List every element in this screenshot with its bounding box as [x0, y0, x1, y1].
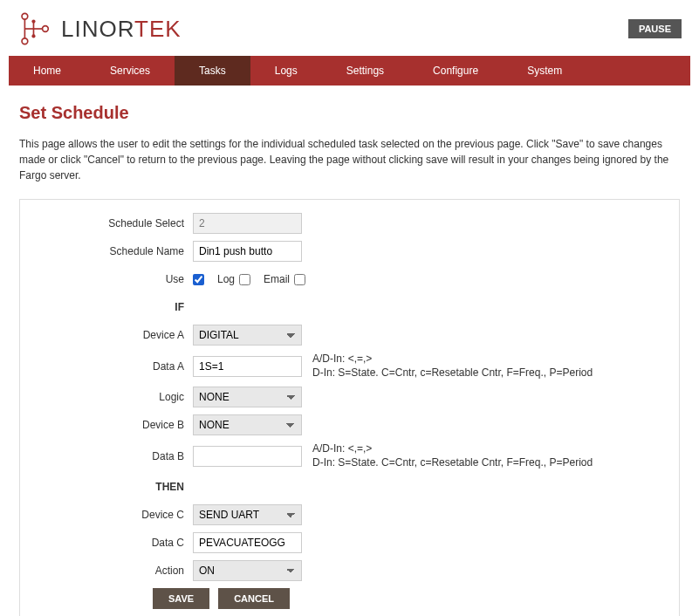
cancel-button[interactable]: CANCEL	[218, 588, 290, 609]
data-b-input[interactable]	[193, 446, 302, 467]
log-checkbox[interactable]	[239, 274, 250, 285]
svg-point-6	[31, 20, 35, 24]
save-button[interactable]: SAVE	[153, 588, 209, 609]
hint-a: A/D-In: <,=,> D-In: S=State. C=Cntr, c=R…	[312, 352, 593, 380]
nav-system[interactable]: System	[503, 56, 586, 86]
nav-configure[interactable]: Configure	[408, 56, 503, 86]
page-description: This page allows the user to edit the se…	[19, 136, 680, 183]
if-label: IF	[38, 301, 193, 313]
hint-b: A/D-In: <,=,> D-In: S=State. C=Cntr, c=R…	[312, 442, 593, 469]
logo: LINORTEK	[17, 10, 182, 47]
device-c-select[interactable]: SEND UART	[193, 504, 302, 525]
email-label: Email	[264, 273, 290, 285]
device-b-select[interactable]: NONE	[193, 414, 302, 435]
logo-icon	[17, 10, 54, 47]
data-c-input[interactable]	[193, 532, 302, 553]
device-a-label: Device A	[38, 329, 193, 341]
schedule-name-input[interactable]	[193, 241, 302, 262]
data-a-label: Data A	[38, 360, 193, 373]
device-a-select[interactable]: DIGITAL	[193, 325, 302, 346]
nav-home[interactable]: Home	[9, 56, 86, 86]
logic-label: Logic	[38, 391, 193, 403]
email-checkbox[interactable]	[294, 274, 305, 285]
device-c-label: Device C	[38, 509, 193, 521]
schedule-select-label: Schedule Select	[38, 217, 193, 229]
svg-point-0	[22, 13, 28, 19]
log-label: Log	[217, 273, 235, 285]
nav-settings[interactable]: Settings	[322, 56, 408, 86]
action-select[interactable]: ON	[193, 560, 302, 581]
device-b-label: Device B	[38, 419, 193, 431]
use-label: Use	[38, 273, 193, 285]
nav-services[interactable]: Services	[86, 56, 175, 86]
nav-logs[interactable]: Logs	[250, 56, 322, 86]
data-c-label: Data C	[38, 537, 193, 549]
use-checkbox[interactable]	[193, 274, 204, 285]
schedule-select-input[interactable]	[193, 213, 302, 234]
main-nav: Home Services Tasks Logs Settings Config…	[9, 56, 690, 86]
pause-button[interactable]: PAUSE	[628, 19, 682, 38]
svg-point-1	[22, 38, 28, 44]
svg-point-7	[31, 34, 35, 38]
data-b-label: Data B	[38, 450, 193, 462]
then-label: THEN	[38, 481, 193, 493]
schedule-form: Schedule Select Schedule Name Use Log	[19, 199, 680, 616]
logic-select[interactable]: NONE	[193, 387, 302, 407]
page-title: Set Schedule	[19, 103, 680, 123]
svg-point-2	[43, 26, 49, 32]
action-label: Action	[38, 565, 193, 577]
data-a-input[interactable]	[193, 356, 302, 377]
logo-text: LINORTEK	[61, 16, 182, 43]
nav-tasks[interactable]: Tasks	[175, 56, 250, 86]
schedule-name-label: Schedule Name	[38, 245, 193, 257]
